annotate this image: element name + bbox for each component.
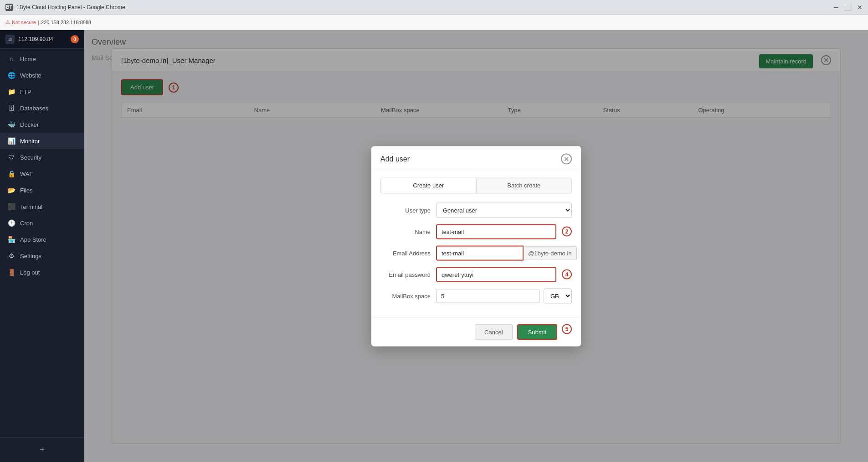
name-input[interactable] bbox=[436, 224, 556, 239]
name-label: Name bbox=[380, 228, 431, 235]
tab-batch-create[interactable]: Batch create bbox=[477, 178, 572, 193]
mailbox-unit-select[interactable]: GB MB bbox=[544, 288, 572, 303]
main-content: Overview Mail Server [1byte-demo.in]_Use… bbox=[84, 30, 868, 462]
sidebar-label-docker: Docker bbox=[20, 121, 39, 128]
cancel-button[interactable]: Cancel bbox=[475, 324, 512, 340]
sidebar-label-terminal: Terminal bbox=[20, 203, 42, 210]
minimize-icon[interactable]: ─ bbox=[834, 4, 838, 11]
name-row: Name 2 bbox=[380, 224, 572, 239]
sidebar-item-terminal[interactable]: ⬛ Terminal bbox=[0, 198, 84, 215]
sidebar-label-monitor: Monitor bbox=[20, 138, 40, 145]
browser-controls[interactable]: ─ ⬜ ✕ bbox=[834, 4, 863, 11]
password-row: Email password 4 bbox=[380, 267, 572, 282]
dialog-body: Create user Batch create User type Gener… bbox=[371, 170, 581, 317]
mailbox-row: MailBox space GB MB bbox=[380, 288, 572, 303]
sidebar-item-monitor[interactable]: 📊 Monitor bbox=[0, 133, 84, 149]
warning-icon: ⚠ bbox=[5, 19, 10, 25]
sidebar-label-ftp: FTP bbox=[20, 88, 31, 95]
step-4-badge: 4 bbox=[562, 270, 572, 280]
security-warning: ⚠ Not secure | 220.158.232.118:8888 bbox=[5, 19, 91, 25]
sidebar-footer: + bbox=[0, 437, 84, 462]
mailbox-label: MailBox space bbox=[380, 292, 431, 299]
sidebar-label-logout: Log out bbox=[20, 269, 40, 276]
files-icon: 📂 bbox=[7, 187, 15, 194]
sidebar-add-button[interactable]: + bbox=[0, 441, 84, 458]
email-input-group: @1byte-demo.in bbox=[436, 245, 577, 260]
home-icon: ⌂ bbox=[7, 55, 15, 62]
password-label: Email password bbox=[380, 271, 431, 278]
sidebar-item-home[interactable]: ⌂ Home bbox=[0, 51, 84, 67]
browser-url-bar: ⚠ Not secure | 220.158.232.118:8888 bbox=[0, 15, 868, 30]
browser-title: 1Byte Cloud Hosting Panel - Google Chrom… bbox=[16, 4, 125, 10]
sidebar-item-logout[interactable]: 🚪 Log out bbox=[0, 264, 84, 280]
sidebar-item-ftp[interactable]: 📁 FTP bbox=[0, 83, 84, 100]
sidebar-label-home: Home bbox=[20, 56, 36, 62]
password-input[interactable] bbox=[436, 267, 556, 282]
dialog-close-button[interactable]: ✕ bbox=[561, 153, 572, 164]
sidebar-item-settings[interactable]: ⚙ Settings bbox=[0, 248, 84, 264]
email-domain-label: @1byte-demo.in bbox=[524, 246, 577, 260]
sidebar-item-docker[interactable]: 🐳 Docker bbox=[0, 116, 84, 133]
sidebar-label-security: Security bbox=[20, 154, 41, 161]
mailbox-input[interactable] bbox=[436, 289, 540, 303]
dialog-header: Add user ✕ bbox=[371, 146, 581, 170]
user-type-label: User type bbox=[380, 207, 431, 213]
user-type-row: User type General user bbox=[380, 202, 572, 218]
sidebar-item-security[interactable]: 🛡 Security bbox=[0, 149, 84, 166]
security-icon: 🛡 bbox=[7, 154, 15, 161]
browser-favicon: BT bbox=[5, 4, 13, 11]
sidebar-item-appstore[interactable]: 🏪 App Store bbox=[0, 231, 84, 248]
tab-create-user[interactable]: Create user bbox=[381, 178, 477, 193]
dialog-title: Add user bbox=[380, 155, 410, 163]
website-icon: 🌐 bbox=[7, 72, 15, 79]
submit-button[interactable]: Submit bbox=[517, 324, 557, 340]
mailbox-input-group: GB MB bbox=[436, 288, 572, 303]
sidebar-label-cron: Cron bbox=[20, 220, 33, 227]
terminal-icon: ⬛ bbox=[7, 203, 15, 210]
server-icon: 🖥 bbox=[5, 35, 15, 44]
dialog-tabs: Create user Batch create bbox=[380, 177, 572, 193]
step-5-badge: 5 bbox=[562, 324, 572, 334]
sidebar-label-databases: Databases bbox=[20, 105, 48, 112]
server-info: 🖥 112.109.90.84 0 bbox=[0, 30, 84, 49]
sidebar: 🖥 112.109.90.84 0 ⌂ Home 🌐 Website 📁 FTP… bbox=[0, 30, 84, 462]
docker-icon: 🐳 bbox=[7, 121, 15, 128]
browser-title-bar: BT 1Byte Cloud Hosting Panel - Google Ch… bbox=[0, 0, 868, 15]
sidebar-item-files[interactable]: 📂 Files bbox=[0, 182, 84, 198]
settings-icon: ⚙ bbox=[7, 252, 15, 260]
email-local-input[interactable] bbox=[436, 245, 524, 260]
dialog-footer: Cancel Submit 5 bbox=[371, 317, 581, 346]
sidebar-item-waf[interactable]: 🔒 WAF bbox=[0, 166, 84, 182]
cron-icon: 🕐 bbox=[7, 219, 15, 227]
sidebar-label-appstore: App Store bbox=[20, 236, 46, 243]
step-2-badge: 2 bbox=[562, 227, 572, 237]
app-layout: 🖥 112.109.90.84 0 ⌂ Home 🌐 Website 📁 FTP… bbox=[0, 30, 868, 462]
close-icon[interactable]: ✕ bbox=[857, 4, 863, 11]
url-text[interactable]: 220.158.232.118:8888 bbox=[41, 20, 91, 25]
appstore-icon: 🏪 bbox=[7, 236, 15, 243]
sidebar-item-cron[interactable]: 🕐 Cron bbox=[0, 215, 84, 231]
logout-icon: 🚪 bbox=[7, 269, 15, 276]
email-row: Email Address @1byte-demo.in 3 bbox=[380, 245, 572, 260]
notification-badge: 0 bbox=[71, 35, 79, 43]
sidebar-nav: ⌂ Home 🌐 Website 📁 FTP 🗄 Databases 🐳 Doc… bbox=[0, 49, 84, 437]
add-user-dialog: Add user ✕ Create user Batch create User… bbox=[371, 146, 581, 346]
sidebar-item-website[interactable]: 🌐 Website bbox=[0, 67, 84, 83]
ftp-icon: 📁 bbox=[7, 88, 15, 95]
waf-icon: 🔒 bbox=[7, 170, 15, 177]
databases-icon: 🗄 bbox=[7, 104, 15, 112]
server-ip: 112.109.90.84 bbox=[18, 36, 53, 42]
restore-icon[interactable]: ⬜ bbox=[844, 4, 852, 11]
sidebar-label-settings: Settings bbox=[20, 253, 41, 260]
sidebar-item-databases[interactable]: 🗄 Databases bbox=[0, 100, 84, 116]
sidebar-label-website: Website bbox=[20, 72, 41, 79]
monitor-icon: 📊 bbox=[7, 137, 15, 145]
sidebar-label-waf: WAF bbox=[20, 171, 33, 177]
sidebar-label-files: Files bbox=[20, 187, 32, 194]
user-type-select[interactable]: General user bbox=[436, 202, 572, 218]
email-label: Email Address bbox=[380, 249, 431, 256]
